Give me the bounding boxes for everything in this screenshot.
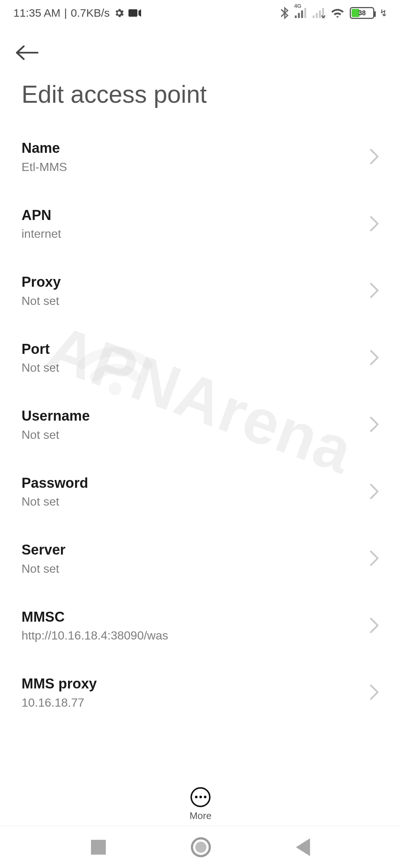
more-button[interactable]: More: [0, 777, 401, 826]
row-value: 10.16.18.77: [22, 696, 362, 710]
row-title: Proxy: [22, 273, 362, 291]
more-label: More: [189, 810, 211, 822]
chevron-right-icon: [369, 617, 379, 634]
back-button[interactable]: [15, 35, 50, 70]
page-title: Edit access point: [15, 70, 386, 123]
status-data-rate: 0.7KB/s: [71, 7, 110, 19]
row-title: Server: [22, 541, 362, 559]
settings-list: Name Etl-MMS APN internet Proxy Not set …: [0, 123, 401, 726]
svg-rect-5: [313, 16, 314, 18]
row-password[interactable]: Password Not set: [0, 458, 401, 525]
more-icon: [190, 787, 211, 807]
nav-back[interactable]: [296, 838, 310, 856]
wifi-icon: [330, 7, 345, 19]
row-value: http://10.16.18.4:38090/was: [22, 629, 362, 642]
chevron-right-icon: [369, 282, 379, 299]
row-server[interactable]: Server Not set: [0, 525, 401, 592]
row-title: Username: [22, 407, 362, 425]
row-port[interactable]: Port Not set: [0, 324, 401, 391]
row-mmsc[interactable]: MMSC http://10.16.18.4:38090/was: [0, 592, 401, 659]
svg-rect-4: [304, 8, 306, 18]
charging-icon: ↯: [379, 7, 388, 19]
chevron-right-icon: [369, 684, 379, 700]
chevron-right-icon: [369, 416, 379, 433]
row-title: MMS proxy: [22, 675, 362, 693]
row-title: Name: [22, 139, 362, 157]
row-title: MMSC: [22, 608, 362, 626]
row-name[interactable]: Name Etl-MMS: [0, 123, 401, 190]
chevron-right-icon: [369, 216, 379, 232]
chevron-right-icon: [369, 483, 379, 500]
svg-rect-2: [298, 13, 300, 18]
row-apn[interactable]: APN internet: [0, 190, 401, 257]
row-username[interactable]: Username Not set: [0, 391, 401, 458]
row-value: Not set: [22, 294, 362, 308]
nav-home[interactable]: [191, 837, 211, 857]
svg-rect-3: [301, 10, 303, 18]
row-proxy[interactable]: Proxy Not set: [0, 257, 401, 324]
chevron-right-icon: [369, 349, 379, 366]
status-time: 11:35 AM: [13, 7, 61, 19]
row-value: Not set: [22, 361, 362, 375]
row-title: Password: [22, 474, 362, 492]
svg-rect-7: [319, 10, 321, 18]
row-mms-proxy[interactable]: MMS proxy 10.16.18.77: [0, 659, 401, 726]
row-title: APN: [22, 207, 362, 224]
battery-indicator: 38: [350, 7, 374, 19]
row-title: Port: [22, 341, 362, 358]
row-value: Etl-MMS: [22, 160, 362, 174]
row-value: Not set: [22, 562, 362, 576]
gear-icon: [114, 7, 125, 19]
status-sep: |: [64, 7, 67, 19]
signal-sim1-label: 4G: [294, 3, 301, 9]
chevron-right-icon: [369, 550, 379, 566]
bluetooth-icon: [280, 7, 290, 19]
nav-bar: [0, 826, 401, 868]
signal-sim1: 4G: [295, 8, 307, 18]
video-icon: [128, 8, 141, 18]
signal-sim2: [313, 8, 325, 18]
svg-rect-1: [295, 16, 297, 18]
nav-recents[interactable]: [91, 840, 106, 855]
status-bar: 11:35 AM | 0.7KB/s 4G 38 ↯: [0, 0, 401, 26]
chevron-right-icon: [369, 148, 379, 165]
svg-rect-6: [316, 13, 318, 18]
row-value: internet: [22, 227, 362, 241]
row-value: Not set: [22, 428, 362, 442]
row-value: Not set: [22, 495, 362, 509]
arrow-left-icon: [15, 44, 39, 62]
